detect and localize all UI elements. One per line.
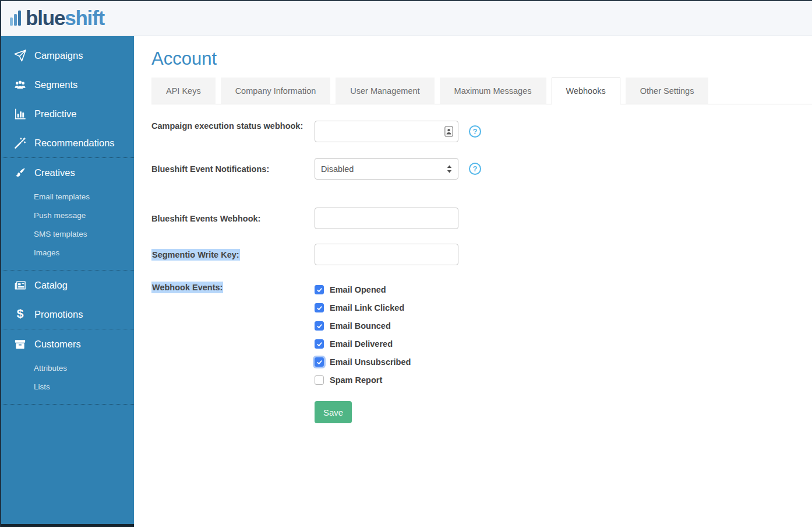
sidebar-item-recommendations[interactable]: Recommendations — [0, 128, 134, 157]
selection-highlight: Segmentio Write Key: — [151, 249, 240, 261]
webhooks-settings-form: Campaign execution status webhook: ? Blu… — [151, 104, 812, 423]
autofill-contact-icon[interactable] — [444, 126, 453, 139]
account-tabs: API Keys Company Information User Manage… — [151, 78, 812, 104]
webhook-events-label: Webhook Events: — [151, 280, 315, 293]
paper-plane-icon — [12, 49, 27, 62]
paintbrush-icon — [12, 166, 27, 180]
logo-bars-icon — [10, 10, 24, 26]
sidebar-item-promotions[interactable]: $ Promotions — [0, 300, 134, 329]
checkbox-row-email-unsubscribed[interactable]: Email Unsubscribed — [315, 357, 411, 367]
campaign-webhook-help-icon[interactable]: ? — [469, 125, 481, 138]
window-left-edge — [0, 0, 1, 527]
newspaper-icon — [12, 279, 27, 292]
sidebar: Campaigns Segments Predictive — [0, 36, 134, 527]
events-webhook-label: Blueshift Events Webhook: — [151, 208, 315, 224]
logo-text: blueshift — [26, 8, 104, 28]
archive-box-icon — [12, 338, 27, 351]
sidebar-item-creatives[interactable]: Creatives — [0, 158, 134, 187]
app-header: blueshift — [0, 0, 812, 36]
segmentio-key-input[interactable] — [315, 244, 458, 265]
sidebar-subitem-push-message[interactable]: Push message — [0, 206, 134, 224]
selection-highlight: Webhook Events: — [151, 282, 223, 293]
save-button[interactable]: Save — [315, 401, 352, 423]
tab-webhooks[interactable]: Webhooks — [552, 78, 620, 104]
window-top-edge — [0, 0, 812, 1]
email-link-clicked-checkbox[interactable] — [315, 303, 324, 312]
magic-wand-icon — [12, 136, 27, 150]
checkbox-row-email-bounced[interactable]: Email Bounced — [315, 321, 411, 331]
email-bounced-checkbox[interactable] — [315, 321, 324, 331]
sidebar-subitem-email-templates[interactable]: Email templates — [0, 187, 134, 206]
event-notifications-help-icon[interactable]: ? — [469, 163, 481, 175]
checkbox-row-email-delivered[interactable]: Email Delivered — [315, 339, 411, 349]
svg-text:$: $ — [16, 307, 23, 320]
tab-company-information[interactable]: Company Information — [221, 78, 331, 104]
sidebar-item-catalog[interactable]: Catalog — [0, 270, 134, 300]
users-icon — [12, 78, 27, 92]
sidebar-subitem-sms-templates[interactable]: SMS templates — [0, 224, 134, 243]
sidebar-item-campaigns[interactable]: Campaigns — [0, 41, 134, 70]
main-content: Account API Keys Company Information Use… — [134, 37, 812, 527]
event-notifications-select[interactable]: Disabled — [315, 158, 458, 180]
checkbox-row-email-link-clicked[interactable]: Email Link Clicked — [315, 303, 411, 312]
sidebar-subitem-lists[interactable]: Lists — [0, 377, 134, 396]
email-opened-checkbox[interactable] — [315, 285, 324, 294]
segmentio-key-label: Segmentio Write Key: — [151, 244, 315, 261]
campaign-webhook-label: Campaign execution status webhook: — [151, 120, 315, 132]
webhook-events-list: Email Opened Email Link Clicked Email Bo… — [315, 280, 411, 394]
bar-chart-icon — [12, 107, 27, 121]
sidebar-item-predictive[interactable]: Predictive — [0, 99, 134, 128]
page-title: Account — [151, 48, 812, 69]
sidebar-subitem-attributes[interactable]: Attributes — [0, 359, 134, 377]
page: blueshift Campaigns Segments — [0, 0, 812, 527]
checkbox-row-email-opened[interactable]: Email Opened — [315, 285, 411, 294]
dollar-icon: $ — [12, 307, 27, 322]
segmentio-key-row: Segmentio Write Key: — [151, 244, 812, 265]
event-notifications-row: Blueshift Event Notifications: Disabled … — [151, 158, 812, 180]
events-webhook-input[interactable] — [315, 208, 458, 229]
sidebar-nav: Campaigns Segments Predictive — [0, 36, 134, 405]
spam-report-checkbox[interactable] — [315, 375, 324, 385]
campaign-webhook-input[interactable] — [315, 121, 458, 142]
select-arrows-icon — [447, 165, 452, 175]
save-row: Save — [151, 394, 812, 423]
sidebar-item-customers[interactable]: Customers — [0, 329, 134, 359]
sidebar-item-segments[interactable]: Segments — [0, 70, 134, 99]
checkbox-row-spam-report[interactable]: Spam Report — [315, 375, 411, 385]
tab-user-management[interactable]: User Management — [336, 78, 434, 104]
sidebar-subitem-images[interactable]: Images — [0, 243, 134, 262]
webhook-events-row: Webhook Events: Email Opened Email Link … — [151, 280, 812, 394]
email-unsubscribed-checkbox[interactable] — [315, 357, 324, 367]
select-value: Disabled — [321, 164, 354, 174]
tab-other-settings[interactable]: Other Settings — [626, 78, 709, 104]
tab-maximum-messages[interactable]: Maximum Messages — [440, 78, 546, 104]
blueshift-logo[interactable]: blueshift — [10, 8, 104, 28]
campaign-webhook-row: Campaign execution status webhook: ? — [151, 121, 812, 142]
tab-api-keys[interactable]: API Keys — [151, 78, 216, 104]
event-notifications-label: Blueshift Event Notifications: — [151, 158, 315, 175]
email-delivered-checkbox[interactable] — [315, 339, 324, 349]
events-webhook-row: Blueshift Events Webhook: — [151, 208, 812, 229]
